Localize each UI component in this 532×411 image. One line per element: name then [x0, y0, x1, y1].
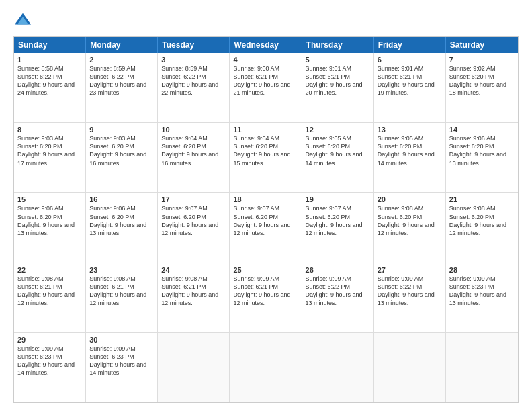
day-number: 5	[306, 56, 370, 64]
day-cell: 16Sunrise: 9:06 AMSunset: 6:20 PMDayligh…	[86, 193, 158, 262]
cell-info: Sunrise: 9:06 AMSunset: 6:20 PMDaylight:…	[89, 204, 154, 237]
day-number: 16	[89, 195, 154, 203]
cell-info: Sunrise: 8:59 AMSunset: 6:22 PMDaylight:…	[89, 64, 154, 97]
day-cell: 20Sunrise: 9:08 AMSunset: 6:20 PMDayligh…	[374, 193, 446, 262]
cell-info: Sunrise: 9:08 AMSunset: 6:20 PMDaylight:…	[449, 204, 515, 237]
day-cell: 3Sunrise: 8:59 AMSunset: 6:22 PMDaylight…	[158, 53, 230, 122]
cell-info: Sunrise: 9:09 AMSunset: 6:23 PMDaylight:…	[449, 275, 515, 308]
cell-info: Sunrise: 9:09 AMSunset: 6:23 PMDaylight:…	[17, 345, 82, 377]
cell-info: Sunrise: 9:09 AMSunset: 6:21 PMDaylight:…	[233, 275, 298, 308]
cell-info: Sunrise: 9:00 AMSunset: 6:21 PMDaylight:…	[233, 64, 298, 97]
day-number: 13	[378, 126, 442, 134]
cell-info: Sunrise: 9:08 AMSunset: 6:21 PMDaylight:…	[89, 275, 154, 308]
day-cell: 30Sunrise: 9:09 AMSunset: 6:23 PMDayligh…	[86, 333, 158, 402]
cell-info: Sunrise: 9:01 AMSunset: 6:21 PMDaylight:…	[306, 64, 370, 97]
cell-info: Sunrise: 9:05 AMSunset: 6:20 PMDaylight:…	[378, 134, 442, 167]
day-number: 18	[233, 195, 298, 203]
day-cell: 25Sunrise: 9:09 AMSunset: 6:21 PMDayligh…	[230, 263, 302, 332]
calendar: SundayMondayTuesdayWednesdayThursdayFrid…	[13, 36, 519, 403]
cell-info: Sunrise: 9:01 AMSunset: 6:21 PMDaylight:…	[378, 64, 442, 97]
cell-info: Sunrise: 8:59 AMSunset: 6:22 PMDaylight:…	[161, 64, 226, 97]
day-cell: 2Sunrise: 8:59 AMSunset: 6:22 PMDaylight…	[86, 53, 158, 122]
logo	[13, 11, 35, 30]
empty-cell	[446, 333, 518, 402]
day-cell: 26Sunrise: 9:09 AMSunset: 6:22 PMDayligh…	[302, 263, 374, 332]
day-cell: 10Sunrise: 9:04 AMSunset: 6:20 PMDayligh…	[158, 123, 230, 192]
day-cell: 13Sunrise: 9:05 AMSunset: 6:20 PMDayligh…	[374, 123, 446, 192]
day-number: 24	[161, 266, 226, 274]
day-number: 27	[378, 266, 442, 274]
cell-info: Sunrise: 9:06 AMSunset: 6:20 PMDaylight:…	[449, 134, 515, 167]
day-cell: 24Sunrise: 9:08 AMSunset: 6:21 PMDayligh…	[158, 263, 230, 332]
cell-info: Sunrise: 9:03 AMSunset: 6:20 PMDaylight:…	[89, 134, 154, 167]
cell-info: Sunrise: 9:07 AMSunset: 6:20 PMDaylight:…	[306, 204, 370, 237]
day-cell: 21Sunrise: 9:08 AMSunset: 6:20 PMDayligh…	[446, 193, 518, 262]
day-number: 20	[378, 195, 442, 203]
day-cell: 5Sunrise: 9:01 AMSunset: 6:21 PMDaylight…	[302, 53, 374, 122]
day-number: 7	[449, 56, 515, 64]
day-number: 25	[233, 266, 298, 274]
day-number: 15	[17, 195, 82, 203]
day-number: 22	[17, 266, 82, 274]
day-cell: 4Sunrise: 9:00 AMSunset: 6:21 PMDaylight…	[230, 53, 302, 122]
empty-cell	[158, 333, 230, 402]
cell-info: Sunrise: 8:58 AMSunset: 6:22 PMDaylight:…	[17, 64, 82, 97]
day-number: 26	[306, 266, 370, 274]
header-day: Friday	[374, 37, 446, 53]
day-number: 30	[89, 336, 154, 344]
calendar-row: 1Sunrise: 8:58 AMSunset: 6:22 PMDaylight…	[14, 53, 518, 122]
cell-info: Sunrise: 9:09 AMSunset: 6:22 PMDaylight:…	[378, 275, 442, 308]
day-number: 21	[449, 195, 515, 203]
day-cell: 23Sunrise: 9:08 AMSunset: 6:21 PMDayligh…	[86, 263, 158, 332]
day-cell: 15Sunrise: 9:06 AMSunset: 6:20 PMDayligh…	[14, 193, 86, 262]
cell-info: Sunrise: 9:06 AMSunset: 6:20 PMDaylight:…	[17, 204, 82, 237]
day-cell: 19Sunrise: 9:07 AMSunset: 6:20 PMDayligh…	[302, 193, 374, 262]
cell-info: Sunrise: 9:09 AMSunset: 6:22 PMDaylight:…	[306, 275, 370, 308]
day-number: 11	[233, 126, 298, 134]
calendar-row: 22Sunrise: 9:08 AMSunset: 6:21 PMDayligh…	[14, 263, 518, 332]
cell-info: Sunrise: 9:05 AMSunset: 6:20 PMDaylight:…	[306, 134, 370, 167]
day-number: 1	[17, 56, 82, 64]
cell-info: Sunrise: 9:07 AMSunset: 6:20 PMDaylight:…	[161, 204, 226, 237]
empty-cell	[374, 333, 446, 402]
cell-info: Sunrise: 9:02 AMSunset: 6:20 PMDaylight:…	[449, 64, 515, 97]
day-number: 14	[449, 126, 515, 134]
day-number: 10	[161, 126, 226, 134]
header-day: Sunday	[14, 37, 86, 53]
day-number: 8	[17, 126, 82, 134]
calendar-header: SundayMondayTuesdayWednesdayThursdayFrid…	[14, 37, 518, 53]
day-cell: 29Sunrise: 9:09 AMSunset: 6:23 PMDayligh…	[14, 333, 86, 402]
header-day: Tuesday	[158, 37, 230, 53]
header-day: Monday	[86, 37, 158, 53]
day-cell: 11Sunrise: 9:04 AMSunset: 6:20 PMDayligh…	[230, 123, 302, 192]
header	[13, 11, 519, 30]
header-day: Wednesday	[230, 37, 302, 53]
calendar-row: 29Sunrise: 9:09 AMSunset: 6:23 PMDayligh…	[14, 332, 518, 402]
header-day: Saturday	[446, 37, 518, 53]
day-number: 17	[161, 195, 226, 203]
calendar-row: 8Sunrise: 9:03 AMSunset: 6:20 PMDaylight…	[14, 122, 518, 192]
day-number: 2	[89, 56, 154, 64]
day-number: 3	[161, 56, 226, 64]
page: SundayMondayTuesdayWednesdayThursdayFrid…	[0, 0, 532, 411]
day-number: 12	[306, 126, 370, 134]
logo-icon	[13, 11, 32, 30]
cell-info: Sunrise: 9:07 AMSunset: 6:20 PMDaylight:…	[233, 204, 298, 237]
day-number: 6	[378, 56, 442, 64]
day-cell: 18Sunrise: 9:07 AMSunset: 6:20 PMDayligh…	[230, 193, 302, 262]
day-cell: 17Sunrise: 9:07 AMSunset: 6:20 PMDayligh…	[158, 193, 230, 262]
day-number: 28	[449, 266, 515, 274]
day-number: 9	[89, 126, 154, 134]
empty-cell	[230, 333, 302, 402]
day-number: 23	[89, 266, 154, 274]
calendar-body: 1Sunrise: 8:58 AMSunset: 6:22 PMDaylight…	[14, 53, 518, 402]
header-day: Thursday	[302, 37, 374, 53]
day-cell: 9Sunrise: 9:03 AMSunset: 6:20 PMDaylight…	[86, 123, 158, 192]
cell-info: Sunrise: 9:03 AMSunset: 6:20 PMDaylight:…	[17, 134, 82, 167]
day-number: 4	[233, 56, 298, 64]
day-cell: 6Sunrise: 9:01 AMSunset: 6:21 PMDaylight…	[374, 53, 446, 122]
day-cell: 28Sunrise: 9:09 AMSunset: 6:23 PMDayligh…	[446, 263, 518, 332]
day-cell: 1Sunrise: 8:58 AMSunset: 6:22 PMDaylight…	[14, 53, 86, 122]
day-number: 29	[17, 336, 82, 344]
cell-info: Sunrise: 9:08 AMSunset: 6:20 PMDaylight:…	[378, 204, 442, 237]
